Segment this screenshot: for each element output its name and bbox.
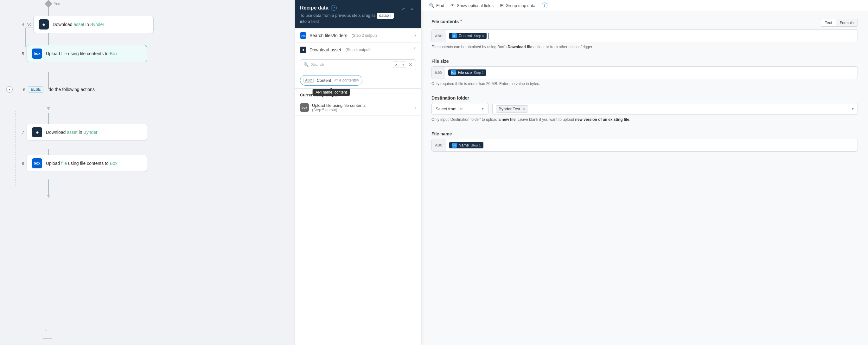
group-map-label: Group map data xyxy=(505,3,535,8)
step-4-branch: No xyxy=(27,22,31,27)
bynder-test-tag-label: Bynder Test xyxy=(499,107,520,111)
recipe-help-icon[interactable]: ? xyxy=(331,5,337,11)
datapill-search-input[interactable] xyxy=(311,62,390,67)
search-files-chevron[interactable]: › xyxy=(414,33,416,38)
step-7-number: 7 xyxy=(14,130,27,135)
step-6-collapse[interactable]: ▾ xyxy=(6,86,13,93)
name-pill-step: Step 1 xyxy=(471,143,481,147)
search-files-subtitle: (Step 2 output) xyxy=(352,33,377,38)
dest-hint-mid: . Leave blank if you want to upload xyxy=(516,117,575,122)
file-contents-pill-area[interactable]: ◈ Content Step 4 xyxy=(446,30,858,42)
find-btn[interactable]: 🔍 Find xyxy=(429,3,444,8)
svg-marker-15 xyxy=(47,195,50,198)
step-4-link1: asset xyxy=(74,22,84,27)
file-contents-toggle: Text Formula xyxy=(821,19,858,27)
datapill-name: Content xyxy=(317,78,331,83)
file-size-label-text: File size xyxy=(431,59,448,64)
destination-folder-tag-input[interactable]: Bynder Test ✕ ▼ xyxy=(492,103,858,115)
step-5-output-icon: box xyxy=(300,103,309,112)
step-7-block[interactable]: ◈ Download asset in Bynder xyxy=(27,124,147,141)
dest-hint-after: . xyxy=(629,117,630,122)
search-next-btn[interactable]: ∨ xyxy=(400,61,406,68)
file-contents-type-badge: ABC xyxy=(432,30,446,42)
group-map-btn[interactable]: ⊞ Group map data xyxy=(500,3,535,8)
group-map-icon: ⊞ xyxy=(500,3,504,8)
step-7-icon: ◈ xyxy=(32,127,42,137)
eye-icon: 👁 xyxy=(451,3,455,8)
step-8-block[interactable]: box Upload file using file contents to B… xyxy=(27,155,147,172)
svg-marker-12 xyxy=(45,0,52,8)
step-4-block[interactable]: ◈ Download asset in Bynder xyxy=(33,16,154,33)
step-6-number: 6 xyxy=(15,87,28,92)
bynder-test-tag: Bynder Test ✕ xyxy=(496,105,528,113)
file-contents-hint: File contents can be obtained by using B… xyxy=(431,44,858,50)
step-4-number: 4 xyxy=(14,22,27,27)
show-optional-btn[interactable]: 👁 Show optional fields xyxy=(451,3,494,8)
file-contents-field: File contents * Text Formula ABC ◈ Conte… xyxy=(431,19,858,50)
step-5-output-info: Upload file using file contents (Step 5 … xyxy=(312,103,366,112)
subtitle-before: To use data from a previous step, drag i… xyxy=(300,13,375,18)
editor-help-icon[interactable]: ? xyxy=(542,3,548,8)
find-icon: 🔍 xyxy=(429,3,434,8)
editor-toolbar: 🔍 Find 👁 Show optional fields ⊞ Group ma… xyxy=(421,0,868,11)
step-5-output-subtitle: (Step 5 output) xyxy=(312,108,366,112)
destination-folder-hint: Only input 'Destination folder' to uploa… xyxy=(431,117,858,122)
file-name-pill-area[interactable]: box Name Step 1 xyxy=(446,139,858,151)
step-8-text: Upload file using file contents to Box xyxy=(46,161,118,166)
step-5-output-item[interactable]: box Upload file using file contents (Ste… xyxy=(295,100,421,116)
destination-folder-label-text: Destination folder xyxy=(431,95,469,100)
datapill-section: ABC Content <file contents> API name: co… xyxy=(295,73,421,88)
step-8-icon: box xyxy=(32,158,42,168)
file-size-number-badge: 0.00 xyxy=(432,66,445,79)
download-asset-chevron[interactable]: ˅ xyxy=(413,47,416,53)
file-contents-required: * xyxy=(460,19,462,24)
search-close-btn[interactable]: ✕ xyxy=(409,62,412,67)
search-files-left: box Search files/folders (Step 2 output) xyxy=(300,32,377,39)
datapill-tooltip: API name: content xyxy=(312,89,350,96)
search-files-header[interactable]: box Search files/folders (Step 2 output)… xyxy=(295,29,421,42)
recipe-panel-title: Recipe data ? xyxy=(300,5,400,11)
settings-btn[interactable]: ≡ xyxy=(408,5,416,13)
tag-remove-btn[interactable]: ✕ xyxy=(522,107,525,111)
step-5-block[interactable]: box Upload file using file contents to B… xyxy=(27,45,147,62)
step-4-link2: Bynder xyxy=(90,22,104,27)
download-asset-header[interactable]: ◈ Download asset (Step 4 output) ˅ xyxy=(295,43,421,57)
step-6-else-badge: ELSE xyxy=(28,86,43,93)
file-contents-label: File contents * xyxy=(431,19,462,24)
formula-toggle-btn[interactable]: Formula xyxy=(836,19,858,27)
file-size-pill-step: Step 1 xyxy=(474,71,484,75)
step-6-text: do the following actions xyxy=(49,87,95,92)
step-7-link2: Bynder xyxy=(83,130,97,135)
datapill-wrapper: ABC Content <file contents> API name: co… xyxy=(300,75,363,86)
step-8-link2: Box xyxy=(110,161,118,166)
download-asset-icon: ◈ xyxy=(300,47,306,53)
recipe-panel-controls: ⤢ ≡ xyxy=(400,5,416,13)
expand-panel-btn[interactable]: ⤢ xyxy=(400,5,407,13)
file-size-label: File size xyxy=(431,59,858,64)
file-contents-label-row: File contents * Text Formula xyxy=(431,19,858,27)
step-5-chevron[interactable]: › xyxy=(415,105,416,110)
file-size-pill-area[interactable]: box File size Step 1 xyxy=(445,66,858,79)
content-pill-step: Step 4 xyxy=(474,34,484,38)
content-pill-icon: ◈ xyxy=(452,33,457,38)
recipe-panel: Recipe data ? To use data from a previou… xyxy=(294,0,421,345)
datapill-badge: datapill xyxy=(377,13,394,19)
destination-folder-label: Destination folder xyxy=(431,95,858,100)
datapill-search-bar: 🔍 ∧ ∨ ✕ xyxy=(300,59,416,70)
text-toggle-btn[interactable]: Text xyxy=(821,19,836,27)
file-size-pill-icon: box xyxy=(451,70,456,75)
file-name-label-text: File name xyxy=(431,131,452,136)
step-8-row: 8 box Upload file using file contents to… xyxy=(14,155,147,172)
tag-dropdown-arrow[interactable]: ▼ xyxy=(851,107,855,111)
step-4-row: 4 No ◈ Download asset in Bynder xyxy=(14,16,154,33)
content-datapill[interactable]: ABC Content <file contents> xyxy=(300,75,363,86)
step-7-row: 7 ◈ Download asset in Bynder xyxy=(14,124,147,141)
search-prev-btn[interactable]: ∧ xyxy=(393,61,399,68)
text-cursor xyxy=(489,33,489,39)
destination-folder-select[interactable]: Select from list ▼ xyxy=(431,103,489,115)
hint-after: action, or from other actions/trigger. xyxy=(532,45,593,49)
download-asset-section: ◈ Download asset (Step 4 output) ˅ 🔍 ∧ ∨… xyxy=(295,43,421,88)
step-5-link2: Box xyxy=(110,51,118,56)
name-pill: box Name Step 1 xyxy=(449,142,484,148)
content-pill: ◈ Content Step 4 xyxy=(449,33,487,39)
